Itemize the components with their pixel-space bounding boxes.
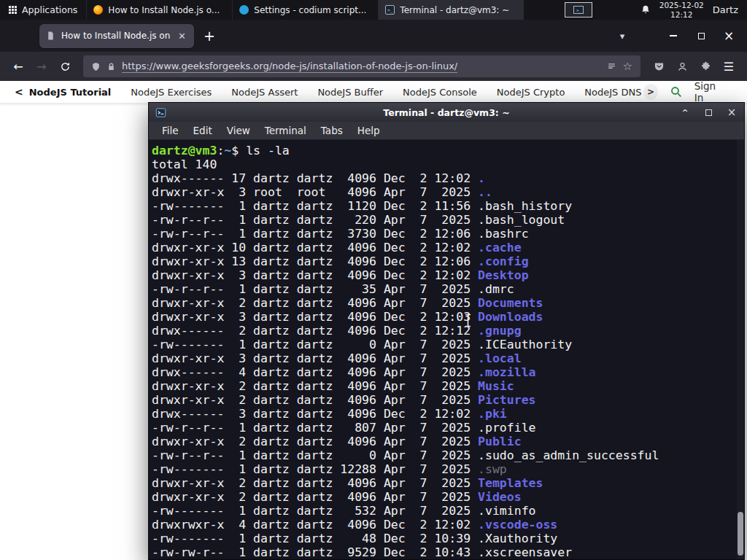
- reader-mode-icon[interactable]: [607, 62, 616, 71]
- terminal-menu-terminal[interactable]: Terminal: [258, 125, 314, 136]
- terminal-listing-row: -rw------- 1 dartz dartz 0 Apr 7 2025 .I…: [152, 338, 735, 351]
- terminal-menu-edit[interactable]: Edit: [186, 125, 220, 136]
- terminal-shade-button[interactable]: ^: [679, 106, 691, 118]
- file-name: .local: [478, 351, 522, 365]
- clock-time: 12:12: [659, 10, 704, 19]
- terminal-window-controls: ^ ×: [679, 106, 738, 118]
- terminal-listing-row: drwxr-xr-x 13 dartz dartz 4096 Dec 2 12:…: [152, 254, 735, 268]
- terminal-listing-row: -rw-r--r-- 1 dartz dartz 0 Apr 7 2025 .s…: [152, 448, 735, 462]
- extensions-puzzle-icon[interactable]: [694, 55, 716, 77]
- taskbar-window-label: Settings - codium script...: [254, 5, 366, 15]
- terminal-scrollbar[interactable]: [737, 140, 744, 559]
- close-button[interactable]: ×: [718, 25, 740, 47]
- new-tab-button[interactable]: +: [198, 25, 220, 47]
- account-icon[interactable]: [671, 55, 693, 77]
- bookmark-star-icon[interactable]: ☆: [623, 60, 632, 73]
- site-nav-item[interactable]: NodeJS Crypto: [497, 87, 565, 98]
- sign-in-button[interactable]: Sign In: [694, 80, 737, 104]
- taskbar-window-button[interactable]: >_Terminal - dartz@vm3: ~: [378, 0, 524, 20]
- terminal-listing-row: drwxr-xr-x 10 dartz dartz 4096 Dec 2 12:…: [152, 241, 735, 254]
- tab-favicon: [46, 31, 55, 41]
- file-name: .bash_logout: [478, 213, 565, 227]
- reload-button[interactable]: [54, 55, 76, 77]
- desktop: Applications How to Install Node.js o...…: [0, 0, 747, 560]
- window-controls: ×: [662, 25, 740, 47]
- terminal-total-line: total 140: [152, 158, 735, 171]
- terminal-listing-row: -rw------- 1 dartz dartz 48 Dec 2 10:39 …: [152, 532, 735, 545]
- site-nav-item[interactable]: NodeJS Tutorial: [29, 87, 112, 98]
- terminal-listing-row: drwx------ 17 dartz dartz 4096 Dec 2 12:…: [152, 171, 735, 185]
- terminal-output: dartz@vm3:~$ ls -latotal 140drwx------ 1…: [152, 144, 735, 559]
- search-icon[interactable]: [670, 85, 683, 98]
- tab-title: How to Install Node.js on: [61, 31, 171, 41]
- site-nav-item[interactable]: NodeJS Assert: [231, 87, 298, 98]
- terminal-menu-help[interactable]: Help: [350, 125, 387, 136]
- file-name: .sudo_as_admin_successful: [478, 448, 659, 462]
- file-name: .vscode-oss: [478, 518, 557, 532]
- site-nav-item[interactable]: NodeJS Buffer: [317, 87, 383, 98]
- terminal-listing-row: -rw-r--r-- 1 dartz dartz 220 Apr 7 2025 …: [152, 213, 735, 227]
- terminal-menu-file[interactable]: File: [155, 125, 186, 136]
- taskbar-clock[interactable]: 2025-12-02 12:12: [659, 1, 704, 18]
- terminal-menubar: FileEditViewTerminalTabsHelp: [149, 122, 744, 140]
- site-nav-right: > Sign In: [643, 80, 737, 104]
- prompt-path: ~: [224, 144, 231, 158]
- terminal-prompt-line: dartz@vm3:~$ ls -la: [152, 144, 735, 158]
- terminal-close-button[interactable]: ×: [726, 106, 738, 118]
- system-taskbar: Applications How to Install Node.js o...…: [0, 0, 747, 20]
- site-nav-item[interactable]: NodeJS Console: [403, 87, 477, 98]
- shield-icon[interactable]: [91, 61, 101, 72]
- pocket-icon[interactable]: [648, 55, 670, 77]
- site-nav-item[interactable]: NodeJS DNS: [584, 87, 641, 98]
- file-name: .config: [478, 254, 529, 268]
- file-name: Desktop: [478, 268, 529, 282]
- file-name: .dmrc: [478, 282, 514, 296]
- site-nav-item[interactable]: NodeJS Exercises: [131, 87, 212, 98]
- terminal-menu-tabs[interactable]: Tabs: [314, 125, 350, 136]
- taskbar-window-list: How to Install Node.js o...Settings - co…: [86, 0, 524, 20]
- file-name: .gnupg: [478, 324, 522, 338]
- tab-close-icon[interactable]: ✕: [177, 31, 187, 42]
- terminal-titlebar[interactable]: Terminal - dartz@vm3: ~ ^ ×: [149, 103, 744, 122]
- lock-icon[interactable]: [107, 62, 115, 71]
- terminal-scrollbar-thumb[interactable]: [738, 512, 743, 556]
- minimize-button[interactable]: [662, 25, 684, 47]
- list-all-tabs-chevron-icon[interactable]: ▾: [611, 25, 633, 47]
- terminal-listing-row: drwx------ 3 dartz dartz 4096 Dec 2 12:0…: [152, 407, 735, 421]
- file-name: .ICEauthority: [478, 338, 572, 351]
- workspace-switcher[interactable]: >_: [565, 2, 592, 18]
- file-name: .: [478, 171, 485, 185]
- terminal-listing-row: drwxrwxr-x 4 dartz dartz 4096 Dec 2 12:0…: [152, 518, 735, 532]
- taskbar-status-area: 2025-12-02 12:12 Dartz: [640, 0, 747, 20]
- file-name: Downloads: [478, 310, 543, 324]
- restore-button[interactable]: [690, 25, 712, 47]
- menu-hamburger-icon[interactable]: ☰: [718, 55, 740, 77]
- terminal-menu-view[interactable]: View: [220, 125, 258, 136]
- back-button[interactable]: ←: [7, 55, 29, 77]
- forward-button[interactable]: →: [31, 55, 53, 77]
- taskbar-window-button[interactable]: Settings - codium script...: [232, 0, 378, 20]
- url-text: https://www.geeksforgeeks.org/node-js/in…: [122, 61, 457, 73]
- taskbar-window-label: Terminal - dartz@vm3: ~: [400, 5, 509, 15]
- browser-tab-bar: How to Install Node.js on ✕ + ▾ ×: [0, 20, 747, 52]
- terminal-listing-row: drwxr-xr-x 2 dartz dartz 4096 Apr 7 2025…: [152, 393, 735, 407]
- terminal-listing-row: -rw------- 1 dartz dartz 12288 Apr 7 202…: [152, 462, 735, 476]
- nav-scroll-left-icon[interactable]: <: [10, 86, 28, 98]
- site-nav-list: NodeJS TutorialNodeJS ExercisesNodeJS As…: [29, 87, 644, 98]
- file-name: .Xauthority: [478, 532, 557, 545]
- terminal-maximize-button[interactable]: [703, 106, 714, 118]
- terminal-listing-row: -rw------- 1 dartz dartz 532 Apr 7 2025 …: [152, 504, 735, 518]
- file-name: .viminfo: [478, 504, 535, 518]
- taskbar-window-button[interactable]: How to Install Node.js o...: [86, 0, 232, 20]
- file-name: .bash_history: [478, 199, 572, 213]
- nav-scroll-right-icon[interactable]: >: [643, 84, 657, 100]
- applications-menu-button[interactable]: Applications: [0, 0, 86, 20]
- notification-bell-icon[interactable]: [640, 4, 651, 15]
- browser-tab[interactable]: How to Install Node.js on ✕: [39, 24, 194, 48]
- terminal-body[interactable]: dartz@vm3:~$ ls -latotal 140drwx------ 1…: [149, 140, 744, 559]
- terminal-listing-row: drwxr-xr-x 2 dartz dartz 4096 Apr 7 2025…: [152, 435, 735, 448]
- file-name: Templates: [478, 476, 543, 490]
- terminal-app-icon: [155, 107, 166, 118]
- url-bar[interactable]: https://www.geeksforgeeks.org/node-js/in…: [83, 55, 640, 77]
- terminal-listing-row: -rw-r--r-- 1 dartz dartz 35 Apr 7 2025 .…: [152, 282, 735, 296]
